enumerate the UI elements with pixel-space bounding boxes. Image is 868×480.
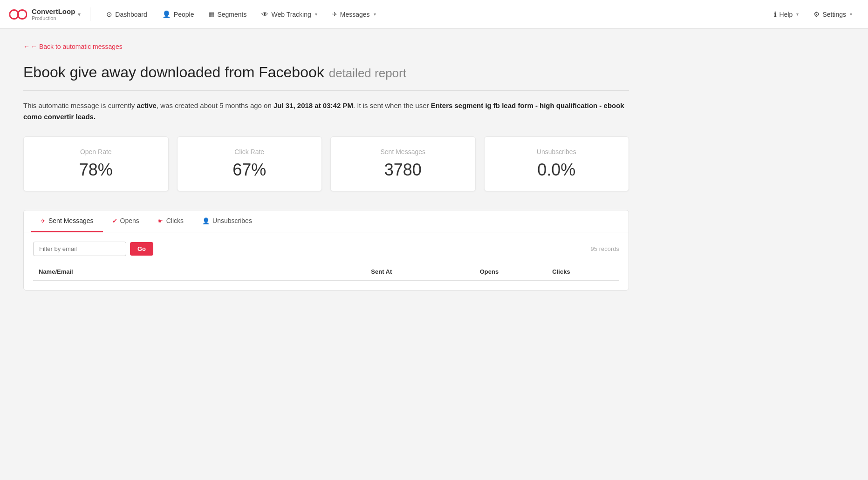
stat-cards: Open Rate 78% Click Rate 67% Sent Messag… [23, 136, 629, 191]
nav-item-messages[interactable]: ✈ Messages ▾ [326, 8, 383, 21]
stat-card-sent-messages: Sent Messages 3780 [330, 136, 476, 191]
desc-active: active [137, 101, 157, 109]
stat-value-sent-messages: 3780 [384, 160, 422, 180]
nav-items: ⊙ Dashboard 👤 People ▦ Segments 👁 Web Tr… [100, 7, 767, 21]
nav-item-dashboard[interactable]: ⊙ Dashboard [100, 7, 154, 21]
help-caret: ▾ [796, 12, 799, 17]
unsubscribes-tab-label: Unsubscribes [212, 217, 252, 224]
desc-after-active: , was created about 5 months ago on [157, 101, 273, 109]
stat-card-click-rate: Click Rate 67% [177, 136, 322, 191]
title-divider [23, 90, 629, 91]
records-count: 95 records [591, 245, 619, 252]
navbar: ConvertLoop Production ▾ ⊙ Dashboard 👤 P… [0, 0, 868, 29]
stat-label-click-rate: Click Rate [234, 148, 264, 155]
message-description: This automatic message is currently acti… [23, 100, 629, 122]
nav-item-people[interactable]: 👤 People [156, 7, 201, 21]
filter-email-input[interactable] [33, 242, 126, 256]
web-tracking-icon: 👁 [261, 10, 268, 18]
col-header-clicks: Clicks [547, 264, 619, 280]
unsubscribes-tab-icon: 👤 [202, 217, 210, 224]
nav-label-segments: Segments [217, 11, 246, 18]
nav-item-settings[interactable]: ⚙ Settings ▾ [807, 7, 859, 21]
page-title-main: Ebook give away downloaded from Facebook [23, 64, 324, 81]
tab-content: Go 95 records Name/Email Sent At Opens C… [24, 232, 629, 290]
desc-before-active: This automatic message is currently [23, 101, 137, 109]
opens-tab-icon: ✔ [112, 217, 117, 224]
back-link-label: ← Back to automatic messages [31, 43, 123, 50]
page-title-section: Ebook give away downloaded from Facebook… [23, 63, 629, 81]
stat-card-open-rate: Open Rate 78% [23, 136, 169, 191]
nav-item-web-tracking[interactable]: 👁 Web Tracking ▾ [255, 7, 323, 21]
nav-label-settings: Settings [822, 11, 846, 18]
back-link[interactable]: ← ← Back to automatic messages [23, 43, 123, 50]
stat-label-open-rate: Open Rate [80, 148, 112, 155]
stat-value-unsubscribes: 0.0% [537, 160, 575, 180]
table-header: Name/Email Sent At Opens Clicks [33, 264, 619, 280]
go-button[interactable]: Go [130, 242, 153, 256]
web-tracking-caret: ▾ [315, 12, 317, 17]
col-header-sent-at: Sent At [365, 264, 474, 280]
brand-caret[interactable]: ▾ [78, 11, 81, 18]
stat-card-unsubscribes: Unsubscribes 0.0% [484, 136, 629, 191]
nav-right: ℹ Help ▾ ⚙ Settings ▾ [767, 7, 859, 21]
nav-label-web-tracking: Web Tracking [271, 11, 311, 18]
main-content: ← ← Back to automatic messages Ebook giv… [0, 29, 652, 309]
tabs-bar: ✈ Sent Messages ✔ Opens ☛ Clicks 👤 Unsub… [24, 210, 629, 232]
nav-item-help[interactable]: ℹ Help ▾ [767, 7, 806, 21]
brand-text: ConvertLoop Production [32, 7, 75, 21]
filter-row: Go 95 records [33, 242, 619, 256]
back-arrow-icon: ← [23, 43, 30, 50]
tabs-section: ✈ Sent Messages ✔ Opens ☛ Clicks 👤 Unsub… [23, 210, 629, 291]
col-header-opens: Opens [474, 264, 547, 280]
dashboard-icon: ⊙ [106, 10, 112, 19]
stat-label-unsubscribes: Unsubscribes [537, 148, 576, 155]
nav-label-dashboard: Dashboard [115, 11, 147, 18]
settings-caret: ▾ [850, 12, 852, 17]
nav-item-segments[interactable]: ▦ Segments [202, 8, 253, 21]
sent-messages-tab-icon: ✈ [41, 217, 46, 224]
tab-opens[interactable]: ✔ Opens [103, 210, 149, 232]
tab-clicks[interactable]: ☛ Clicks [149, 210, 193, 232]
brand-sub: Production [32, 15, 75, 21]
data-table: Name/Email Sent At Opens Clicks [33, 264, 619, 281]
brand-name: ConvertLoop [32, 7, 75, 15]
tab-sent-messages[interactable]: ✈ Sent Messages [31, 210, 103, 232]
filter-left: Go [33, 242, 153, 256]
messages-icon: ✈ [332, 11, 337, 18]
desc-after-date: . It is sent when the user [353, 101, 431, 109]
settings-icon: ⚙ [813, 10, 820, 19]
desc-date: Jul 31, 2018 at 03:42 PM [273, 101, 353, 109]
segments-icon: ▦ [209, 11, 214, 18]
nav-label-messages: Messages [340, 11, 370, 18]
opens-tab-label: Opens [120, 217, 139, 224]
messages-caret: ▾ [374, 12, 376, 17]
clicks-tab-label: Clicks [166, 217, 184, 224]
brand[interactable]: ConvertLoop Production ▾ [9, 7, 90, 21]
logo-icon [9, 8, 27, 21]
stat-value-click-rate: 67% [232, 160, 266, 180]
stat-value-open-rate: 78% [79, 160, 113, 180]
col-header-name-email: Name/Email [33, 264, 365, 280]
help-icon: ℹ [774, 10, 777, 19]
sent-messages-tab-label: Sent Messages [48, 217, 94, 224]
nav-label-people: People [174, 11, 194, 18]
people-icon: 👤 [162, 10, 171, 19]
tab-unsubscribes[interactable]: 👤 Unsubscribes [193, 210, 261, 232]
clicks-tab-icon: ☛ [158, 217, 164, 224]
nav-label-help: Help [779, 11, 793, 18]
page-title: Ebook give away downloaded from Facebook… [23, 63, 629, 81]
stat-label-sent-messages: Sent Messages [381, 148, 426, 155]
page-subtitle: detailed report [329, 66, 406, 80]
